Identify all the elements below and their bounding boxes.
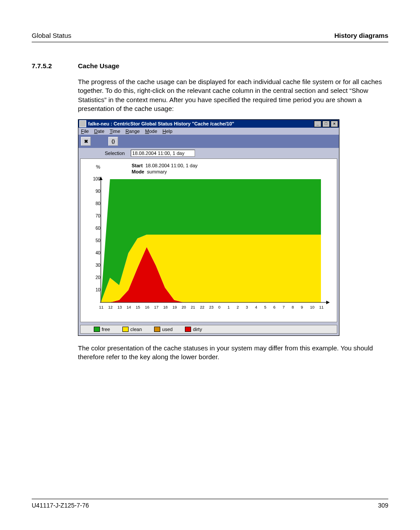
toolbar-range-icon[interactable]: ⟨⟩	[108, 137, 118, 146]
x-tick: 1	[228, 305, 230, 309]
legend-label: clean	[130, 327, 142, 332]
y-tick: 60	[89, 226, 100, 231]
running-head-left: Global Status	[32, 32, 71, 39]
y-tick: 40	[89, 250, 100, 255]
y-tick: 80	[89, 201, 100, 206]
x-tick: 10	[310, 305, 314, 309]
legend-item-dirty: dirty	[185, 327, 202, 332]
x-tick: 6	[273, 305, 276, 309]
x-tick: 5	[264, 305, 266, 309]
x-tick: 20	[182, 305, 186, 309]
y-tick: 20	[89, 275, 100, 280]
menu-time[interactable]: Time	[110, 129, 120, 134]
section-title: Cache Usage	[78, 62, 119, 70]
app-icon	[79, 120, 86, 127]
legend-item-free: free	[94, 327, 110, 332]
x-tick: 18	[163, 305, 168, 309]
selection-label: Selection	[105, 151, 125, 156]
x-tick: 11	[99, 305, 103, 309]
selection-input[interactable]	[131, 150, 195, 157]
paragraph-intro: The progress of the cache usage can be d…	[78, 77, 388, 113]
x-tick: 14	[127, 305, 131, 309]
start-value: 18.08.2004 11:00, 1 day	[145, 163, 198, 168]
menu-file[interactable]: File	[81, 129, 89, 134]
minimize-button[interactable]: _	[314, 121, 321, 127]
x-tick: 13	[118, 305, 122, 309]
legend-swatch	[185, 327, 191, 332]
start-label: Start	[132, 163, 143, 168]
menu-help[interactable]: Help	[162, 129, 173, 134]
legend-label: dirty	[193, 327, 202, 332]
x-tick: 11	[319, 305, 324, 309]
svg-marker-3	[326, 301, 330, 304]
x-axis: 1112131415161718192021222301234567891011	[101, 304, 334, 311]
section-number: 7.7.5.2	[32, 62, 78, 70]
menu-range[interactable]: Range	[125, 129, 140, 134]
x-tick: 4	[255, 305, 257, 309]
selection-row: Selection	[105, 150, 339, 157]
x-tick: 17	[154, 305, 158, 309]
y-unit-label: %	[96, 164, 100, 169]
x-tick: 12	[108, 305, 113, 309]
x-tick: 9	[301, 305, 303, 309]
mode-label: Mode	[132, 169, 144, 174]
chart-header: Start 18.08.2004 11:00, 1 day Mode summa…	[132, 162, 198, 175]
x-tick: 2	[237, 305, 239, 309]
x-tick: 3	[246, 305, 248, 309]
window-title: falke-neu : CentricStor Global Status Hi…	[88, 121, 314, 126]
running-head-right: History diagrams	[334, 32, 388, 39]
paragraph-outro: The color presentation of the cache stat…	[78, 344, 388, 362]
legend-swatch	[154, 327, 160, 332]
y-tick: 100	[89, 177, 100, 181]
y-tick: 90	[89, 189, 100, 194]
legend-label: free	[102, 327, 110, 332]
chart-area	[101, 179, 330, 302]
x-tick: 22	[200, 305, 204, 309]
y-tick: 30	[89, 263, 100, 268]
x-tick: 19	[173, 305, 177, 309]
app-window: falke-neu : CentricStor Global Status Hi…	[78, 119, 339, 336]
toolbar-close-icon[interactable]: ✖	[81, 137, 91, 146]
menubar: File Date Time Range Mode Help	[78, 128, 339, 135]
x-tick: 16	[145, 305, 149, 309]
toolbar: ✖ ⟨⟩	[78, 135, 339, 148]
y-tick: 50	[89, 238, 100, 243]
legend-label: used	[162, 327, 173, 332]
close-button[interactable]: ×	[331, 121, 338, 127]
legend-item-used: used	[154, 327, 173, 332]
x-tick: 7	[283, 305, 285, 309]
x-tick: 23	[209, 305, 214, 309]
maximize-button[interactable]: □	[322, 121, 330, 127]
footer-docid: U41117-J-Z125-7-76	[32, 502, 89, 509]
page-number: 309	[378, 502, 388, 509]
x-tick: 0	[218, 305, 221, 309]
legend: freecleanuseddirty	[80, 325, 337, 334]
legend-item-clean: clean	[122, 327, 142, 332]
chart-panel: Start 18.08.2004 11:00, 1 day Mode summa…	[80, 158, 337, 322]
x-tick: 21	[191, 305, 195, 309]
legend-swatch	[94, 327, 100, 332]
menu-mode[interactable]: Mode	[145, 129, 157, 134]
mode-value: summary	[147, 169, 167, 174]
x-tick: 8	[292, 305, 294, 309]
titlebar: falke-neu : CentricStor Global Status Hi…	[78, 120, 339, 128]
y-tick: 10	[89, 287, 100, 292]
y-tick: 70	[89, 213, 100, 218]
legend-swatch	[122, 327, 129, 332]
y-axis: 100908070605040302010	[87, 179, 100, 302]
menu-date[interactable]: Date	[94, 129, 104, 134]
x-tick: 15	[136, 305, 140, 309]
header-rule	[32, 42, 388, 42]
